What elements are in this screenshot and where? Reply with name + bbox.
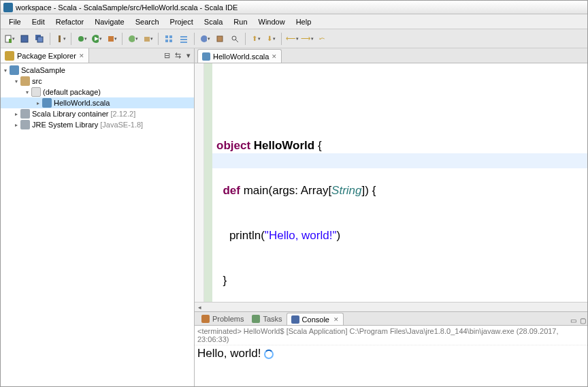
close-icon[interactable]: ✕ <box>333 316 339 323</box>
package-explorer-tabbar: Package Explorer ✕ ⊟ ⇆ ▾ <box>1 48 194 63</box>
tab-problems[interactable]: Problems <box>197 313 248 325</box>
menu-search[interactable]: Search <box>130 16 165 28</box>
menu-file[interactable]: File <box>3 16 27 28</box>
save-all-button[interactable] <box>33 33 46 45</box>
menu-refactor[interactable]: Refactor <box>50 16 90 28</box>
twisty-icon[interactable] <box>2 67 9 74</box>
open-task-button[interactable] <box>214 33 226 45</box>
tree-jre-lib[interactable]: JRE System Library [JavaSE-1.8] <box>1 119 194 130</box>
search-button[interactable] <box>229 33 241 45</box>
ext-tools-button[interactable] <box>105 33 118 45</box>
twisty-icon[interactable] <box>13 122 20 128</box>
maximize-button[interactable]: ▢ <box>578 315 587 325</box>
nav-back-button[interactable]: ⟵ <box>286 33 298 45</box>
svg-rect-17 <box>180 39 187 40</box>
editor-folding-ruler[interactable] <box>204 63 212 302</box>
scroll-left-icon[interactable]: ◂ <box>195 304 204 311</box>
code-text: println( <box>216 229 265 242</box>
menubar: File Edit Refactor Navigate Search Proje… <box>1 14 587 29</box>
tree-scala-lib[interactable]: Scala Library container [2.12.2] <box>1 108 194 119</box>
minimize-button[interactable]: ▭ <box>568 315 578 325</box>
tab-problems-label: Problems <box>212 315 244 323</box>
string-literal: "Hello, world!" <box>265 229 337 242</box>
svg-line-22 <box>235 40 238 42</box>
svg-rect-5 <box>59 35 61 42</box>
main-area: Package Explorer ✕ ⊟ ⇆ ▾ ScalaSample src <box>1 48 587 386</box>
toolbar-separator <box>281 33 282 45</box>
twisty-icon[interactable] <box>35 100 42 106</box>
twisty-icon[interactable] <box>24 89 31 95</box>
package-explorer-tree[interactable]: ScalaSample src (default package) HelloW… <box>1 63 194 386</box>
menu-window[interactable]: Window <box>253 16 291 28</box>
kw-def: def <box>223 184 240 197</box>
close-icon[interactable]: ✕ <box>272 53 277 60</box>
hammer-icon <box>55 34 63 44</box>
close-icon[interactable]: ✕ <box>79 52 84 59</box>
tab-console[interactable]: Console ✕ <box>287 313 344 325</box>
collapse-all-button[interactable]: ⊟ <box>161 50 172 61</box>
console-output-area[interactable]: Hello, world! <box>195 345 587 386</box>
tree-default-package[interactable]: (default package) <box>1 87 194 97</box>
save-button[interactable] <box>18 33 31 45</box>
editor-h-scrollbar[interactable]: ◂ <box>195 302 587 311</box>
save-all-icon <box>35 34 44 44</box>
kw-object: object <box>216 139 250 152</box>
debug-button[interactable] <box>76 33 88 45</box>
package-explorer-icon <box>5 51 14 61</box>
editor-gutter <box>195 63 204 302</box>
menu-run[interactable]: Run <box>228 16 252 28</box>
tree-default-package-label: (default package) <box>43 88 101 96</box>
menu-project[interactable]: Project <box>165 16 199 28</box>
run-button[interactable] <box>91 33 103 45</box>
code-area[interactable]: object HelloWorld { def main(args: Array… <box>212 63 587 302</box>
menu-navigate[interactable]: Navigate <box>89 16 129 28</box>
svg-rect-16 <box>180 36 187 37</box>
arrow-right-icon: ⟶ <box>301 35 310 42</box>
tree-scala-lib-label: Scala Library container <box>32 110 109 118</box>
svg-rect-14 <box>165 40 168 42</box>
new-button[interactable] <box>3 33 16 45</box>
nav-forward-button[interactable]: ⟶ <box>301 33 313 45</box>
menu-help[interactable]: Help <box>291 16 317 28</box>
tree-file-helloworld[interactable]: HelloWorld.scala <box>1 97 194 108</box>
svg-point-6 <box>78 36 84 42</box>
tree-project-label: ScalaSample <box>21 66 65 74</box>
code-editor[interactable]: object HelloWorld { def main(args: Array… <box>195 63 587 302</box>
new-package-button[interactable] <box>142 33 154 45</box>
tab-tasks-label: Tasks <box>263 315 282 323</box>
toggle-button-a[interactable] <box>163 33 175 45</box>
twisty-icon[interactable] <box>13 78 20 84</box>
app-icon <box>3 3 13 12</box>
run-icon <box>91 34 99 44</box>
tree-src[interactable]: src <box>1 76 194 87</box>
view-menu-button[interactable]: ▾ <box>183 50 194 61</box>
svg-rect-11 <box>144 37 150 42</box>
twisty-icon[interactable] <box>13 111 20 117</box>
menu-scala[interactable]: Scala <box>199 16 229 28</box>
toolbar-separator <box>245 33 246 45</box>
annotation-next-button[interactable]: ⬇ <box>265 33 277 45</box>
open-type-button[interactable] <box>199 33 211 45</box>
new-class-button[interactable] <box>127 33 139 45</box>
annotation-prev-button[interactable]: ⬆ <box>250 33 262 45</box>
package-explorer-tab[interactable]: Package Explorer ✕ <box>1 48 89 63</box>
toggle-button-b[interactable] <box>178 33 190 45</box>
svg-rect-18 <box>180 42 187 43</box>
svg-point-19 <box>201 35 207 42</box>
tree-file-label: HelloWorld.scala <box>54 99 110 107</box>
toolbar-separator <box>122 33 122 45</box>
tree-src-label: src <box>32 77 42 85</box>
last-edit-icon: ⤺ <box>319 35 325 42</box>
tree-project[interactable]: ScalaSample <box>1 65 194 76</box>
editor-tab-helloworld[interactable]: HelloWorld.scala ✕ <box>197 49 282 63</box>
tab-tasks[interactable]: Tasks <box>248 313 286 325</box>
nav-last-edit-button[interactable]: ⤺ <box>316 33 328 45</box>
titlebar: workspace - Scala - ScalaSample/src/Hell… <box>1 1 587 14</box>
editor-tab-label: HelloWorld.scala <box>213 52 269 61</box>
menu-edit[interactable]: Edit <box>27 16 50 28</box>
link-editor-button[interactable]: ⇆ <box>172 50 183 61</box>
library-icon <box>20 109 30 119</box>
console-output-text: Hello, world! <box>197 347 261 360</box>
build-button[interactable] <box>54 33 67 45</box>
console-header: <terminated> HelloWorld$ [Scala Applicat… <box>195 326 587 345</box>
